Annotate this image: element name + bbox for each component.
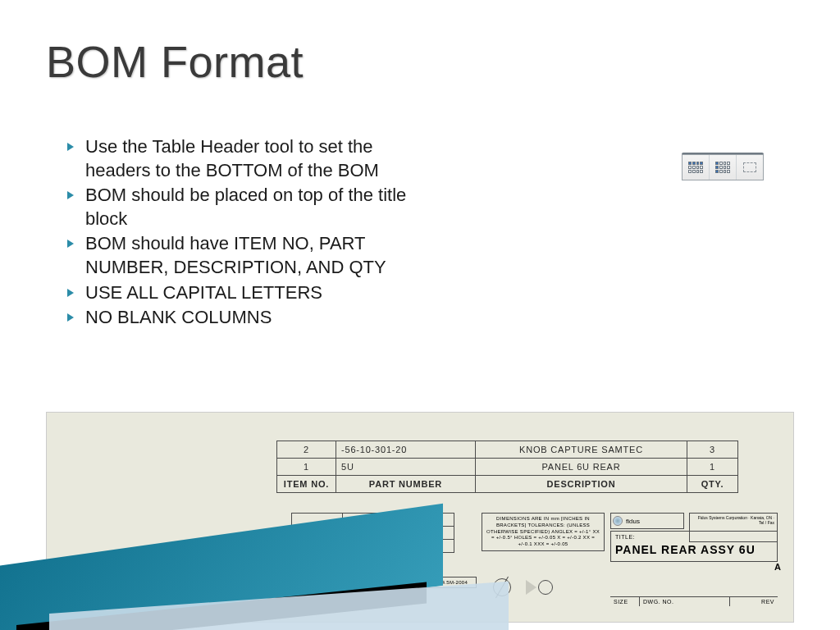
title-value: PANEL REAR ASSY 6U [615, 543, 773, 556]
rev-label: REV [730, 597, 778, 606]
company-name: fidus [626, 518, 640, 525]
size-label: SIZE [610, 597, 640, 606]
table-header-top-icon [688, 162, 703, 173]
hdr-qty: QTY. [687, 476, 738, 493]
list-item: USE ALL CAPITAL LETTERS [67, 281, 412, 305]
table-row: 1 5U PANEL 6U REAR 1 [277, 459, 738, 476]
cell-qty: 1 [687, 459, 738, 476]
slide-title: BOM Format [46, 36, 304, 87]
table-header-toolbar [682, 154, 764, 180]
table-outline-icon [743, 162, 756, 172]
bullet-text: BOM should have ITEM NO, PART NUMBER, DE… [85, 232, 412, 279]
slide: BOM Format Use the Table Header tool to … [0, 0, 840, 630]
bullet-icon [67, 143, 74, 151]
table-header-side-icon [715, 162, 730, 173]
cell-item: 2 [277, 441, 336, 459]
bullet-text: Use the Table Header tool to set the hea… [85, 135, 412, 182]
bullet-text: BOM should be placed on top of the title… [85, 184, 412, 231]
hdr-item: ITEM NO. [277, 476, 336, 493]
bullet-list: Use the Table Header tool to set the hea… [67, 135, 412, 331]
bullet-icon [67, 289, 74, 297]
tolerances-box: DIMENSIONS ARE IN mm [INCHES IN BRACKETS… [482, 513, 605, 551]
bullet-icon [67, 313, 74, 322]
bullet-text: NO BLANK COLUMNS [85, 306, 272, 330]
table-header-top-button[interactable] [682, 155, 710, 180]
slide-decoration [0, 523, 443, 630]
cell-pn: 5U [336, 459, 476, 476]
cell-pn: -56-10-301-20 [336, 441, 476, 459]
table-header-row: ITEM NO. PART NUMBER DESCRIPTION QTY. [277, 476, 738, 493]
cell-qty: 3 [687, 441, 738, 459]
table-row: 2 -56-10-301-20 KNOB CAPTURE SAMTEC 3 [277, 441, 738, 459]
zone-letter: A [774, 562, 781, 572]
bom-table: 2 -56-10-301-20 KNOB CAPTURE SAMTEC 3 1 … [276, 441, 738, 493]
list-item: BOM should have ITEM NO, PART NUMBER, DE… [67, 232, 412, 279]
list-item: NO BLANK COLUMNS [67, 306, 412, 330]
company-logo-box: fidus [610, 513, 684, 529]
dwg-label: DWG. NO. [640, 597, 730, 606]
fidus-logo-icon [613, 516, 623, 526]
drawing-title-box: TITLE: PANEL REAR ASSY 6U [610, 531, 778, 562]
hdr-desc: DESCRIPTION [476, 476, 687, 493]
size-dwg-rev-row: SIZE DWG. NO. REV [610, 596, 778, 606]
table-outline-button[interactable] [737, 155, 763, 180]
projection-icon [526, 578, 553, 596]
cell-item: 1 [277, 459, 336, 476]
list-item: Use the Table Header tool to set the hea… [67, 135, 412, 182]
hdr-pn: PART NUMBER [336, 476, 476, 493]
cell-desc: KNOB CAPTURE SAMTEC [476, 441, 687, 459]
title-label: TITLE: [615, 534, 773, 540]
list-item: BOM should be placed on top of the title… [67, 184, 412, 231]
bullet-icon [67, 240, 74, 248]
table-header-side-button[interactable] [710, 155, 737, 180]
bullet-text: USE ALL CAPITAL LETTERS [85, 281, 322, 305]
bullet-icon [67, 191, 74, 199]
cell-desc: PANEL 6U REAR [476, 459, 687, 476]
